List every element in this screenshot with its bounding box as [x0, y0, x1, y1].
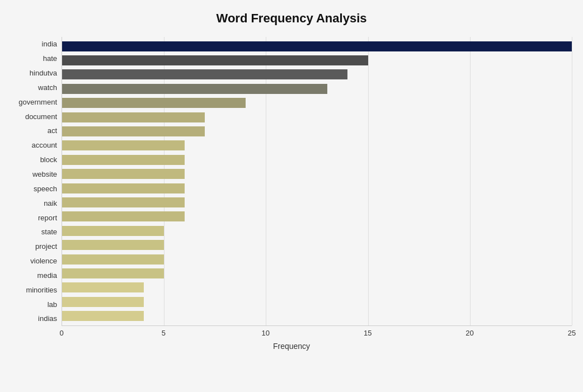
y-axis-labels: indiahatehindutvawatchgovernmentdocument… [11, 37, 62, 326]
bar [62, 197, 185, 207]
bar-row [62, 97, 572, 109]
bar [62, 254, 164, 265]
chart-area: indiahatehindutvawatchgovernmentdocument… [11, 37, 572, 351]
y-label: minorities [26, 284, 57, 296]
bar [62, 183, 185, 193]
x-tick-label: 10 [260, 329, 271, 337]
x-axis-labels: 0510152025 [62, 326, 572, 337]
plot-area: indiahatehindutvawatchgovernmentdocument… [11, 37, 572, 326]
bar [62, 240, 164, 250]
bar [62, 112, 205, 122]
bars-column [62, 37, 572, 325]
bar-row [62, 225, 572, 237]
y-label: state [41, 226, 57, 238]
bar-row [62, 239, 572, 251]
bar-row [62, 182, 572, 195]
bar [62, 98, 246, 108]
bar [62, 126, 205, 136]
y-label: india [42, 38, 57, 50]
bar [62, 55, 368, 65]
y-label: website [32, 168, 57, 181]
grid-line [572, 37, 572, 325]
bar [62, 268, 164, 278]
x-tick-label: 25 [566, 329, 577, 337]
bar [62, 297, 144, 307]
bar [62, 155, 185, 165]
y-label: project [35, 240, 57, 253]
bar-row [62, 125, 572, 138]
y-label: media [37, 269, 57, 281]
y-label: watch [38, 81, 57, 93]
y-label: government [18, 96, 57, 108]
bar-row [62, 210, 572, 223]
bar [62, 282, 144, 292]
y-label: report [38, 211, 57, 224]
y-label: act [48, 125, 57, 137]
chart-title: Word Frequency Analysis [11, 11, 572, 26]
bar-row [62, 168, 572, 180]
bar-row [62, 253, 572, 266]
x-tick-label: 5 [158, 329, 169, 337]
bar-row [62, 310, 572, 322]
y-label: hindutva [30, 67, 57, 79]
bar-row [62, 154, 572, 166]
bar [62, 84, 327, 94]
y-label: violence [30, 255, 57, 267]
x-tick-label: 20 [464, 329, 476, 337]
x-axis-title: Frequency [11, 342, 572, 351]
y-label: naik [44, 197, 57, 209]
y-label: block [40, 154, 57, 166]
bar-row [62, 83, 572, 95]
y-label: speech [34, 182, 57, 195]
chart-container: Word Frequency Analysis indiahatehindutv… [0, 0, 583, 392]
y-label: account [31, 139, 57, 152]
y-label: lab [48, 298, 57, 310]
bar [62, 69, 347, 79]
x-tick-label: 0 [56, 329, 67, 337]
bar-row [62, 281, 572, 294]
y-label: hate [43, 53, 57, 65]
bar [62, 140, 185, 150]
bar [62, 41, 572, 51]
y-label: indias [38, 313, 57, 325]
x-tick-label: 15 [362, 329, 373, 337]
bar-row [62, 68, 572, 81]
bar-row [62, 296, 572, 308]
bar-row [62, 267, 572, 280]
bar [62, 311, 144, 321]
bar [62, 226, 164, 236]
bars-and-grid [62, 37, 572, 326]
bar [62, 211, 185, 221]
bar [62, 169, 185, 179]
bar-row [62, 111, 572, 124]
bar-row [62, 40, 572, 53]
bar-row [62, 54, 572, 67]
y-label: document [25, 110, 57, 122]
bar-row [62, 196, 572, 209]
bar-row [62, 139, 572, 152]
